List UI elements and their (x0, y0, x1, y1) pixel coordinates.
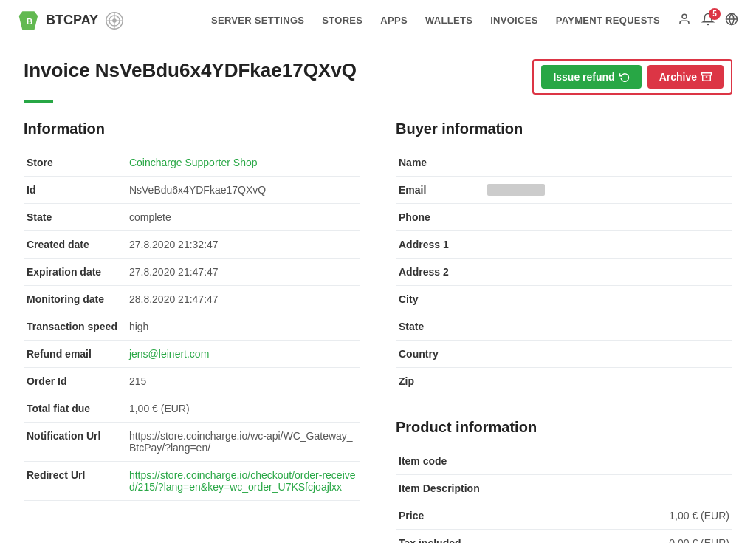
table-row: Tax included 0,00 € (EUR) (396, 530, 732, 544)
store-link[interactable]: Coincharge Supporter Shop (129, 157, 258, 168)
row-label: Order Id (24, 368, 126, 395)
row-label: Email (396, 177, 484, 204)
nav-apps[interactable]: APPS (380, 15, 408, 26)
row-label: State (24, 204, 126, 231)
redirect-url-link[interactable]: https://store.coincharge.io/checkout/ord… (129, 469, 356, 493)
row-label: Transaction speed (24, 313, 126, 341)
title-underline (24, 100, 53, 103)
row-value: 1,00 € (EUR) (126, 395, 360, 423)
row-value (484, 177, 732, 204)
product-information-section: Product information Item code Item Descr… (396, 419, 732, 543)
table-row: Id NsVeBdu6x4YDFkae17QXvQ (24, 177, 360, 204)
row-value (587, 475, 732, 502)
row-label: Address 1 (396, 231, 484, 259)
table-row: Name (396, 149, 732, 177)
brand-name: BTCPAY (46, 13, 98, 28)
notifications-btn[interactable]: 5 (701, 13, 715, 29)
archive-icon (701, 72, 712, 82)
user-icon-btn[interactable] (678, 13, 691, 29)
buyer-information-title: Buyer information (396, 120, 732, 137)
row-label: Item Description (396, 475, 587, 502)
row-label: Item code (396, 448, 587, 475)
table-row: Item Description (396, 475, 732, 502)
row-label: Total fiat due (24, 395, 126, 423)
nav-stores[interactable]: STORES (322, 15, 362, 26)
row-value (484, 313, 732, 341)
email-blurred (487, 184, 545, 196)
page-header: Invoice NsVeBdu6x4YDFkae17QXvQ Issue ref… (24, 59, 732, 95)
table-row: Address 1 (396, 231, 732, 259)
nav-invoices[interactable]: INVOICES (490, 15, 538, 26)
btcpay-logo-icon: B (18, 9, 41, 33)
row-value: 0,00 € (EUR) (587, 530, 732, 544)
row-label: Tax included (396, 530, 587, 544)
globe-btn[interactable] (725, 13, 738, 29)
table-row: Transaction speed high (24, 313, 360, 341)
navbar-left: B BTCPAY (18, 9, 125, 33)
information-table: Store Coincharge Supporter Shop Id NsVeB… (24, 149, 360, 501)
table-row: Created date 27.8.2020 21:32:47 (24, 231, 360, 259)
nav-payment-requests[interactable]: PAYMENT REQUESTS (556, 15, 660, 26)
table-row: Redirect Url https://store.coincharge.io… (24, 462, 360, 501)
header-actions: Issue refund Archive (532, 59, 732, 95)
refund-icon (619, 72, 630, 82)
row-label: Phone (396, 204, 484, 231)
table-row: Notification Url https://store.coincharg… (24, 423, 360, 462)
table-row: City (396, 286, 732, 313)
row-label: Notification Url (24, 423, 126, 462)
row-value (484, 368, 732, 395)
tor-icon (104, 10, 125, 31)
row-value: https://store.coincharge.io/wc-api/WC_Ga… (126, 423, 360, 462)
table-row: Zip (396, 368, 732, 395)
table-row: Email (396, 177, 732, 204)
row-value (484, 259, 732, 286)
logo[interactable]: B BTCPAY (18, 9, 98, 33)
row-value: 215 (126, 368, 360, 395)
row-value: Coincharge Supporter Shop (126, 149, 360, 177)
row-value: NsVeBdu6x4YDFkae17QXvQ (126, 177, 360, 204)
buyer-information-table: Name Email Phone (396, 149, 732, 395)
product-information-title: Product information (396, 419, 732, 436)
row-label: Expiration date (24, 259, 126, 286)
refund-email-link[interactable]: jens@leinert.com (129, 348, 209, 360)
row-label: State (396, 313, 484, 341)
row-value: jens@leinert.com (126, 341, 360, 368)
row-value: high (126, 313, 360, 341)
row-value: 28.8.2020 21:47:47 (126, 286, 360, 313)
row-label: Name (396, 149, 484, 177)
navbar: B BTCPAY SERVER SETTINGS STORES APPS WAL… (0, 0, 756, 41)
row-label: Price (396, 502, 587, 530)
table-row: Store Coincharge Supporter Shop (24, 149, 360, 177)
information-title: Information (24, 120, 360, 137)
table-row: Monitoring date 28.8.2020 21:47:47 (24, 286, 360, 313)
row-label: Created date (24, 231, 126, 259)
nav-wallets[interactable]: WALLETS (425, 15, 472, 26)
row-value (587, 448, 732, 475)
row-value (484, 286, 732, 313)
row-label: Monitoring date (24, 286, 126, 313)
two-col-layout: Information Store Coincharge Supporter S… (24, 120, 732, 543)
svg-rect-10 (702, 73, 712, 75)
issue-refund-button[interactable]: Issue refund (541, 65, 641, 89)
product-information-table: Item code Item Description Price 1,00 € … (396, 448, 732, 543)
table-row: Total fiat due 1,00 € (EUR) (24, 395, 360, 423)
row-label: Redirect Url (24, 462, 126, 501)
row-label: City (396, 286, 484, 313)
row-value: 27.8.2020 21:32:47 (126, 231, 360, 259)
table-row: State complete (24, 204, 360, 231)
buyer-information-section: Buyer information Name Email (396, 120, 732, 395)
navbar-right: SERVER SETTINGS STORES APPS WALLETS INVO… (211, 13, 738, 29)
table-row: State (396, 313, 732, 341)
row-value (484, 231, 732, 259)
page-title: Invoice NsVeBdu6x4YDFkae17QXvQ (24, 59, 357, 82)
table-row: Phone (396, 204, 732, 231)
row-label: Refund email (24, 341, 126, 368)
main-content: Invoice NsVeBdu6x4YDFkae17QXvQ Issue ref… (0, 41, 756, 543)
row-value: complete (126, 204, 360, 231)
svg-point-7 (682, 14, 687, 18)
table-row: Refund email jens@leinert.com (24, 341, 360, 368)
archive-button[interactable]: Archive (647, 65, 724, 89)
row-value: 1,00 € (EUR) (587, 502, 732, 530)
row-label: Zip (396, 368, 484, 395)
nav-server-settings[interactable]: SERVER SETTINGS (211, 15, 304, 26)
